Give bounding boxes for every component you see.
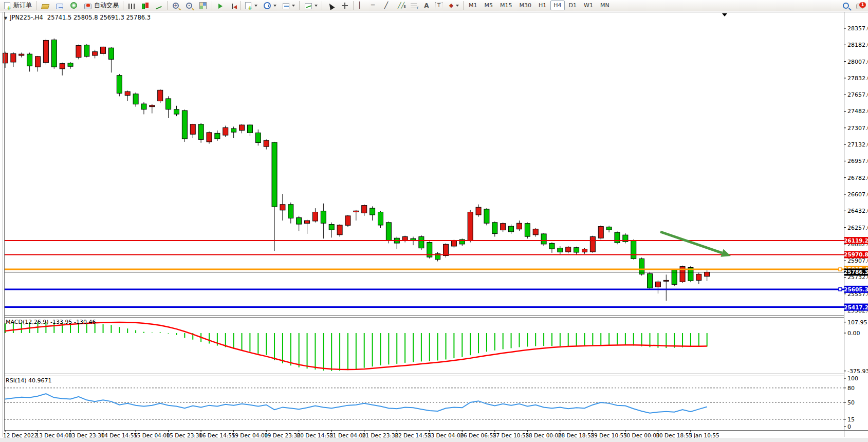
ohlc-values: 25741.5 25805.8 25691.3 25786.3 bbox=[47, 14, 151, 21]
chevron-down-icon bbox=[254, 5, 257, 7]
vertical-line-icon: │ bbox=[358, 2, 366, 10]
new-order-icon bbox=[4, 2, 10, 9]
price-tick-label: 27832.0 bbox=[847, 75, 868, 82]
chat-icon: 1 bbox=[856, 4, 863, 9]
one-click-trading-arrow-icon[interactable]: ▼ bbox=[4, 16, 7, 21]
timeframe-d1-button[interactable]: D1 bbox=[566, 1, 580, 10]
zoom-out-icon: - bbox=[186, 3, 192, 9]
fibonacci-icon bbox=[411, 4, 417, 9]
date-tick-label: 12 Dec 2022 bbox=[3, 432, 38, 438]
rsi-scale-label: 100 bbox=[847, 375, 858, 382]
date-tick-label: 13 Dec 23:30 bbox=[68, 432, 105, 438]
profiles-button[interactable] bbox=[261, 0, 279, 11]
trendline-button[interactable]: ╱ bbox=[382, 0, 395, 11]
macd-name: MACD(12,26,9) bbox=[6, 319, 49, 325]
timeframe-w1-button[interactable]: W1 bbox=[581, 1, 596, 10]
search-icon bbox=[843, 3, 849, 9]
candle-chart-mode-button[interactable] bbox=[139, 0, 152, 11]
price-badge: 25786.3 bbox=[844, 268, 868, 275]
algo-trading-button[interactable]: 自动交易 bbox=[81, 0, 121, 11]
templates-button[interactable] bbox=[280, 0, 297, 11]
mt5-chart-window: 28357.028182.028007.027832.027657.027482… bbox=[0, 0, 868, 442]
line-chart-mode-button[interactable] bbox=[153, 0, 165, 11]
crosshair-icon bbox=[342, 3, 348, 9]
timeframe-mn-button[interactable]: MN bbox=[597, 1, 613, 10]
notification-badge: 1 bbox=[859, 2, 866, 8]
price-tick-label: 28007.0 bbox=[847, 59, 868, 65]
date-tick-label: 29 Dec 10:55 bbox=[590, 432, 627, 438]
text-label-button[interactable]: T bbox=[433, 0, 445, 11]
chevron-down-icon bbox=[292, 5, 295, 7]
zoom-in-button[interactable]: + bbox=[170, 0, 182, 11]
date-tick-label: 28 Dec 00:00 bbox=[525, 432, 562, 438]
hline-handle[interactable] bbox=[839, 288, 842, 291]
cursor-icon bbox=[327, 2, 335, 10]
algo-trading-icon bbox=[84, 4, 91, 9]
timeframe-m15-button[interactable]: M15 bbox=[497, 1, 515, 10]
horizontal-line-button[interactable]: ─ bbox=[369, 0, 381, 11]
market-watch-button[interactable] bbox=[39, 0, 52, 11]
price-tick-label: 27132.0 bbox=[847, 141, 868, 148]
toolbar-separator bbox=[167, 1, 168, 10]
timeframe-m30-button[interactable]: M30 bbox=[516, 1, 535, 10]
date-tick-label: 21 Dec 04:00 bbox=[329, 432, 366, 438]
timeframe-m1-button[interactable]: M1 bbox=[466, 1, 481, 10]
date-tick-label: 20 Dec 14:55 bbox=[297, 432, 334, 438]
chart-shift-button[interactable] bbox=[228, 0, 238, 11]
chevron-down-icon bbox=[456, 5, 459, 7]
text-icon: A bbox=[423, 2, 430, 10]
new-order-label: 新订单 bbox=[13, 1, 32, 10]
templates-icon bbox=[283, 3, 289, 9]
virtual-hosting-button[interactable] bbox=[53, 0, 66, 11]
macd-signal-value: -130.46 bbox=[74, 319, 96, 325]
auto-scroll-icon bbox=[218, 4, 223, 9]
signals-button[interactable] bbox=[67, 0, 80, 11]
rsi-scale-label: 50 bbox=[847, 399, 855, 406]
notifications-button[interactable]: 1 bbox=[853, 0, 866, 11]
chart-title-bar: ▼JPN225-,H425741.5 25805.8 25691.3 25786… bbox=[4, 14, 151, 21]
line-chart-mode-icon bbox=[156, 6, 162, 9]
equidistant-channel-icon: ╱╱ bbox=[398, 2, 405, 10]
auto-scroll-button[interactable] bbox=[214, 0, 227, 11]
price-badge: 25970.8 bbox=[844, 251, 868, 258]
fibonacci-button[interactable] bbox=[408, 0, 420, 11]
toolbar-separator bbox=[123, 1, 123, 10]
price-tick-label: 28182.0 bbox=[847, 42, 868, 48]
macd-value: -133.95 bbox=[50, 319, 72, 325]
vertical-line-button[interactable]: │ bbox=[356, 0, 368, 11]
chevron-down-icon bbox=[273, 5, 276, 7]
tile-windows-button[interactable] bbox=[196, 0, 210, 11]
price-badge: 25417.2 bbox=[844, 304, 868, 311]
date-tick-label: 14 Dec 14:55 bbox=[101, 432, 138, 438]
new-chart-button[interactable] bbox=[243, 0, 260, 11]
price-badge: 26119.2 bbox=[844, 237, 868, 244]
cursor-button[interactable] bbox=[324, 0, 338, 11]
date-tick-label: 3 Jan 10:55 bbox=[689, 432, 719, 438]
rsi-scale-label: 15 bbox=[847, 416, 855, 423]
crosshair-button[interactable] bbox=[339, 0, 351, 11]
timeframe-m5-button[interactable]: M5 bbox=[482, 1, 496, 10]
equidistant-channel-button[interactable]: ╱╱ bbox=[396, 0, 407, 11]
bar-chart-mode-button[interactable] bbox=[125, 0, 138, 11]
new-order-button[interactable]: 新订单 bbox=[2, 0, 34, 11]
search-button[interactable] bbox=[840, 0, 852, 11]
zoom-in-icon: + bbox=[173, 3, 179, 9]
chart-area[interactable]: 28357.028182.028007.027832.027657.027482… bbox=[0, 0, 868, 442]
indicators-button[interactable] bbox=[302, 0, 320, 11]
timeframe-h4-button[interactable]: H4 bbox=[550, 1, 564, 10]
new-chart-icon bbox=[245, 2, 251, 9]
macd-indicator-label: MACD(12,26,9) -133.95 -130.46 bbox=[6, 319, 96, 325]
price-tick-label: 27657.0 bbox=[847, 91, 868, 98]
svg-text:25786.3: 25786.3 bbox=[844, 269, 868, 275]
price-tick-label: 26257.0 bbox=[847, 225, 868, 231]
timeframe-h1-button[interactable]: H1 bbox=[535, 1, 549, 10]
shapes-button[interactable]: ◆ bbox=[446, 0, 461, 11]
zoom-out-button[interactable]: - bbox=[183, 0, 195, 11]
tile-windows-icon bbox=[199, 2, 207, 9]
text-button[interactable]: A bbox=[421, 0, 432, 11]
chevron-down-icon bbox=[315, 5, 318, 7]
macd-scale-label: -375.93 bbox=[847, 368, 868, 375]
svg-text:25417.2: 25417.2 bbox=[844, 304, 868, 310]
toolbar-separator bbox=[322, 1, 322, 10]
hline-handle[interactable] bbox=[839, 268, 842, 271]
